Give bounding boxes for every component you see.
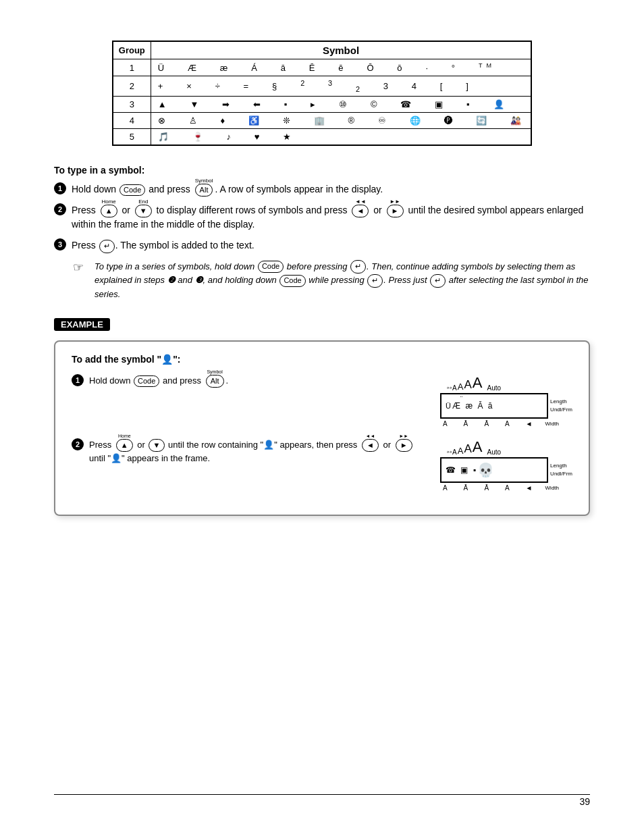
- page-number: 39: [579, 796, 590, 807]
- ex-right-key: ►: [396, 439, 412, 452]
- display-2-right-labels: Length Undl/Frm: [550, 457, 572, 483]
- symbols-row-2: + × ÷ = § 2 3 2 3 4 [ ]: [151, 76, 531, 97]
- enter-key-note1: ↵: [350, 260, 366, 273]
- enter-key: ↵: [99, 240, 115, 253]
- note-block: ☞ To type in a series of symbols, hold d…: [73, 260, 590, 302]
- code-key-note2: Code: [279, 275, 305, 286]
- display-1-top-chars: ᵃ ᵃ A A A A Auto: [440, 374, 572, 392]
- symbols-row-1: Ü Æ æ Á ā Ē ē Ō ō · ° TM: [151, 59, 531, 76]
- example-step-1-inner: 1 Hold down Code and press Symbol Alt .: [72, 374, 427, 388]
- example-title: To add the symbol "👤":: [72, 354, 572, 365]
- example-label: EXAMPLE: [54, 318, 110, 331]
- instructions: To type in a symbol: 1 Hold down Code an…: [54, 165, 590, 302]
- enter-key-note3: ↵: [430, 274, 446, 288]
- group-5: 5: [113, 129, 151, 146]
- display-1-bottom-chars: A Ā Ā A ◄: [440, 420, 535, 427]
- alt-key: Alt: [195, 184, 213, 197]
- table-header-group: Group: [113, 41, 151, 59]
- ex-up-key: ▲: [116, 439, 133, 452]
- display-2-frame-row: ☎ ▣ ▪ 💀 Length Undl/Frm: [440, 457, 572, 483]
- table-row: 4 ⊗ ♙ ♦ ♿ ❊ 🏢 ® ♾ 🌐 🅟 🔄 🎎: [113, 113, 531, 129]
- display-2-width: Width: [545, 485, 559, 491]
- display-1-bottom: A Ā Ā A ◄ Width: [440, 420, 572, 427]
- ex-down-key: ▼: [149, 439, 165, 452]
- code-key-note: Code: [258, 261, 284, 272]
- left-key: ◄: [352, 205, 369, 218]
- display-2-bottom-chars: A Ā Ā A ◄: [440, 484, 535, 492]
- page: Group Symbol 1 Ü Æ æ Á ā Ē ē Ō ō · ° TM …: [0, 0, 644, 834]
- group-3: 3: [113, 97, 151, 113]
- enter-key-note2: ↵: [367, 274, 383, 288]
- note-icon: ☞: [73, 260, 89, 275]
- symbol-table: Group Symbol 1 Ü Æ æ Á ā Ē ē Ō ō · ° TM …: [112, 41, 532, 146]
- display-2-top-chars: ᵃ ᵃ A A A A Auto: [440, 438, 572, 456]
- table-row: 3 ▲ ▼ ➡ ⬅ ▪ ▸ ⑩ © ☎ ▣ ▪ 👤: [113, 97, 531, 113]
- table-row: 2 + × ÷ = § 2 3 2 3 4 [ ]: [113, 76, 531, 97]
- step-1-num: 1: [54, 182, 66, 194]
- display-1-right-labels: Length Undl/Frm: [550, 393, 572, 419]
- example-step-2: 2 Press Home ▲ or ▼ until the row contai…: [72, 438, 572, 492]
- symbol-table-wrap: Group Symbol 1 Ü Æ æ Á ā Ē ē Ō ō · ° TM …: [54, 41, 590, 146]
- example-section: EXAMPLE To add the symbol "👤": 1 Hold do…: [54, 318, 590, 516]
- symbols-row-3: ▲ ▼ ➡ ⬅ ▪ ▸ ⑩ © ☎ ▣ ▪ 👤: [151, 97, 531, 113]
- symbols-row-4: ⊗ ♙ ♦ ♿ ❊ 🏢 ® ♾ 🌐 🅟 🔄 🎎: [151, 113, 531, 129]
- step-2: 2 Press Home ▲ or End ▼ to display diffe…: [54, 203, 590, 232]
- group-1: 1: [113, 59, 151, 76]
- table-row: 5 🎵 🍷 ♪ ♥ ★: [113, 129, 531, 146]
- display-2-bottom: A Ā Ā A ◄ Width: [440, 484, 572, 492]
- display-1-frame: Ü Æ æ Ā ā ¨: [440, 393, 548, 419]
- ex-alt-key: Alt: [206, 375, 224, 388]
- ex-step-1-num: 1: [72, 374, 84, 386]
- step-3-content: Press ↵. The symbol is added to the text…: [72, 238, 590, 253]
- example-step-1: 1 Hold down Code and press Symbol Alt .: [72, 374, 572, 427]
- instructions-title: To type in a symbol:: [54, 165, 590, 176]
- step-2-content: Press Home ▲ or End ▼ to display differe…: [72, 203, 590, 232]
- group-4: 4: [113, 113, 151, 129]
- table-row: 1 Ü Æ æ Á ā Ē ē Ō ō · ° TM: [113, 59, 531, 76]
- ex-code-key: Code: [134, 375, 159, 387]
- example-box: To add the symbol "👤": 1 Hold down Code …: [54, 340, 590, 516]
- page-line: [54, 794, 590, 795]
- step-1: 1 Hold down Code and press Symbol Alt . …: [54, 182, 590, 197]
- note-text: To type in a series of symbols, hold dow…: [95, 260, 590, 302]
- display-1-frame-row: Ü Æ æ Ā ā ¨ Length Undl/Frm: [440, 393, 572, 419]
- step-3: 3 Press ↵. The symbol is added to the te…: [54, 238, 590, 253]
- up-key: ▲: [101, 205, 117, 218]
- group-2: 2: [113, 76, 151, 97]
- example-step-2-inner: 2 Press Home ▲ or ▼ until the row contai…: [72, 438, 427, 465]
- ex-step-2-num: 2: [72, 438, 84, 450]
- ex-left-key: ◄: [362, 439, 379, 452]
- step-3-num: 3: [54, 238, 66, 251]
- example-step-2-left: 2 Press Home ▲ or ▼ until the row contai…: [72, 438, 427, 465]
- display-2-frame: ☎ ▣ ▪ 💀: [440, 457, 548, 483]
- display-2: ᵃ ᵃ A A A A Auto ☎ ▣ ▪ 💀: [440, 438, 572, 492]
- down-key: ▼: [135, 205, 152, 218]
- symbols-row-5: 🎵 🍷 ♪ ♥ ★: [151, 129, 531, 146]
- ex-step-1-content: Hold down Code and press Symbol Alt .: [89, 374, 427, 388]
- ex-step-2-content: Press Home ▲ or ▼ until the row containi…: [89, 438, 427, 465]
- right-key: ►: [387, 205, 404, 218]
- table-header-symbol: Symbol: [151, 41, 531, 59]
- display-1: ᵃ ᵃ A A A A Auto Ü Æ æ Ā ā ¨: [440, 374, 572, 427]
- display-1-width: Width: [545, 421, 559, 427]
- example-step-1-left: 1 Hold down Code and press Symbol Alt .: [72, 374, 427, 388]
- step-2-num: 2: [54, 203, 66, 215]
- step-1-content: Hold down Code and press Symbol Alt . A …: [72, 182, 590, 197]
- code-key: Code: [119, 184, 145, 196]
